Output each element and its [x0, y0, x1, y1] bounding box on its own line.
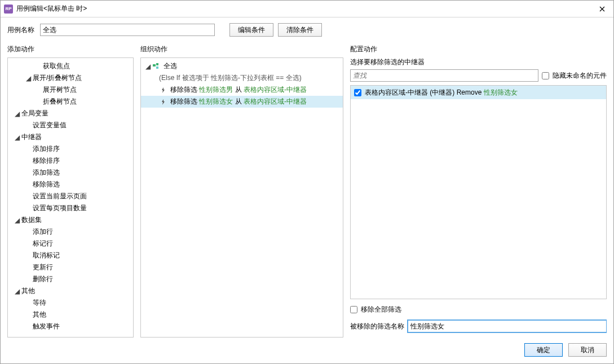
- footer: 确定 取消: [7, 338, 607, 357]
- clear-condition-button[interactable]: 清除条件: [278, 23, 322, 37]
- tree-item[interactable]: ◢中继器: [8, 131, 133, 143]
- tree-item-label: 等待: [33, 298, 46, 308]
- tree-item-label: 标记行: [33, 239, 53, 248]
- tree-item-label: 展开/折叠树节点: [33, 73, 82, 83]
- tree-item[interactable]: ◢全局变量: [8, 108, 133, 119]
- organize-tree-box[interactable]: ◢ 全选 (Else If 被选项于 性别筛选-下拉列表框 == 全选) 移除筛…: [140, 57, 343, 338]
- case-name-label: 用例名称: [7, 25, 34, 35]
- cancel-button[interactable]: 取消: [568, 343, 607, 357]
- filter-name-row: 被移除的筛选名称: [350, 320, 607, 332]
- tree-item[interactable]: ◢展开/折叠树节点: [8, 72, 133, 84]
- close-icon: [599, 6, 605, 12]
- hide-unnamed-label: 隐藏未命名的元件: [553, 71, 607, 81]
- app-icon: RP: [4, 5, 13, 14]
- caret-icon: ◢: [14, 134, 20, 141]
- tree-item[interactable]: 添加筛选: [8, 167, 133, 179]
- hide-unnamed-checkbox[interactable]: [542, 72, 549, 79]
- panels: 添加动作 获取焦点◢展开/折叠树节点展开树节点折叠树节点◢全局变量设置变量值◢中…: [7, 45, 607, 338]
- repeater-item-label: 表格内容区域-中继器 (中继器) Remove 性别筛选女: [365, 88, 518, 97]
- condition-text: (Else If 被选项于 性别筛选-下拉列表框 == 全选): [159, 73, 302, 83]
- tree-item[interactable]: 移除排序: [8, 155, 133, 167]
- tree-item-label: 添加排序: [33, 144, 60, 154]
- tree-item[interactable]: ◢其他: [8, 285, 133, 297]
- condition-node[interactable]: (Else If 被选项于 性别筛选-下拉列表框 == 全选): [141, 72, 343, 84]
- svg-rect-1: [156, 63, 158, 65]
- tree-item-label: 移除筛选: [33, 180, 60, 189]
- tree-item-label: 添加行: [33, 227, 53, 237]
- tree-item[interactable]: 设置当前显示页面: [8, 190, 133, 202]
- tree-item[interactable]: ◢数据集: [8, 214, 133, 226]
- action-tree-box[interactable]: 获取焦点◢展开/折叠树节点展开树节点折叠树节点◢全局变量设置变量值◢中继器添加排…: [7, 57, 134, 338]
- configure-body: 选择要移除筛选的中继器 隐藏未命名的元件 表格内容区域-中继器 (中继器) Re…: [350, 57, 607, 338]
- lightning-icon: [159, 87, 168, 93]
- tree-item[interactable]: 设置每页项目数量: [8, 202, 133, 214]
- repeater-item[interactable]: 表格内容区域-中继器 (中继器) Remove 性别筛选女: [351, 86, 606, 99]
- tree-item[interactable]: 获取焦点: [8, 60, 133, 72]
- tree-item[interactable]: 折叠树节点: [8, 96, 133, 108]
- tree-item[interactable]: 其他: [8, 309, 133, 321]
- tree-item-label: 全局变量: [21, 109, 48, 118]
- tree-item[interactable]: 添加排序: [8, 143, 133, 155]
- tree-item[interactable]: 删除行: [8, 273, 133, 285]
- action-node[interactable]: 移除筛选 性别筛选女 从 表格内容区域-中继器: [141, 96, 343, 108]
- titlebar: RP 用例编辑<鼠标单击 时>: [1, 1, 613, 17]
- case-name-row: 用例名称 编辑条件 清除条件: [7, 23, 607, 37]
- caret-down-icon: ◢: [144, 63, 151, 70]
- tree-item[interactable]: 更新行: [8, 261, 133, 273]
- tree-item[interactable]: 等待: [8, 297, 133, 309]
- tree-item-label: 折叠树节点: [43, 97, 77, 106]
- tree-item-label: 更新行: [33, 263, 53, 272]
- window-title: 用例编辑<鼠标单击 时>: [16, 4, 591, 14]
- case-node-label: 全选: [164, 61, 177, 71]
- right-bottom: 移除全部筛选 被移除的筛选名称: [350, 305, 607, 332]
- caret-icon: ◢: [14, 287, 20, 295]
- tree-item-label: 数据集: [21, 215, 42, 225]
- tree-item[interactable]: 触发事件: [8, 321, 133, 332]
- tree-item-label: 设置变量值: [33, 121, 67, 130]
- organize-tree: ◢ 全选 (Else If 被选项于 性别筛选-下拉列表框 == 全选) 移除筛…: [141, 60, 343, 108]
- tree-item[interactable]: 添加行: [8, 226, 133, 238]
- ok-button[interactable]: 确定: [524, 343, 563, 357]
- tree-item-label: 设置每页项目数量: [33, 203, 87, 213]
- svg-rect-2: [156, 66, 158, 69]
- close-button[interactable]: [591, 1, 613, 17]
- remove-all-row: 移除全部筛选: [350, 305, 607, 314]
- tree-item[interactable]: 标记行: [8, 238, 133, 250]
- caret-icon: ◢: [14, 110, 20, 118]
- organize-action-pane: 组织动作 ◢ 全选 (Else If 被选项于 性别筛选-下拉列表框 == 全选…: [140, 45, 343, 338]
- remove-all-checkbox[interactable]: [350, 306, 357, 313]
- tree-item-label: 其他: [33, 310, 46, 319]
- tree-item[interactable]: 设置变量值: [8, 119, 133, 131]
- repeater-list[interactable]: 表格内容区域-中继器 (中继器) Remove 性别筛选女: [350, 85, 607, 299]
- select-repeater-label: 选择要移除筛选的中继器: [350, 57, 607, 67]
- search-row: 隐藏未命名的元件: [350, 69, 607, 82]
- tree-item[interactable]: 取消标记: [8, 250, 133, 261]
- add-action-pane: 添加动作 获取焦点◢展开/折叠树节点展开树节点折叠树节点◢全局变量设置变量值◢中…: [7, 45, 134, 338]
- tree-item[interactable]: 移除筛选: [8, 179, 133, 190]
- action-tree: 获取焦点◢展开/折叠树节点展开树节点折叠树节点◢全局变量设置变量值◢中继器添加排…: [8, 60, 133, 332]
- configure-action-title: 配置动作: [350, 45, 607, 54]
- remove-all-label: 移除全部筛选: [361, 305, 401, 314]
- filter-name-input[interactable]: [408, 320, 607, 332]
- tree-item-label: 其他: [21, 286, 35, 296]
- tree-item-label: 获取焦点: [43, 61, 70, 71]
- repeater-item-checkbox[interactable]: [354, 89, 361, 96]
- tree-item-label: 添加筛选: [33, 168, 60, 177]
- content: 用例名称 编辑条件 清除条件 添加动作 获取焦点◢展开/折叠树节点展开树节点折叠…: [1, 17, 613, 363]
- lightning-icon: [159, 99, 168, 105]
- case-editor-window: RP 用例编辑<鼠标单击 时> 用例名称 编辑条件 清除条件 添加动作 获取焦点…: [0, 0, 614, 364]
- case-icon: [152, 63, 161, 70]
- tree-item-label: 删除行: [33, 274, 53, 284]
- tree-item[interactable]: 展开树节点: [8, 84, 133, 96]
- organize-action-title: 组织动作: [140, 45, 343, 54]
- case-name-input[interactable]: [40, 24, 215, 36]
- edit-condition-button[interactable]: 编辑条件: [229, 23, 273, 37]
- svg-rect-0: [153, 64, 156, 66]
- tree-item-label: 触发事件: [33, 322, 60, 331]
- tree-item-label: 展开树节点: [43, 85, 77, 95]
- search-input[interactable]: [350, 69, 538, 82]
- action-node[interactable]: 移除筛选 性别筛选男 从 表格内容区域-中继器: [141, 84, 343, 96]
- case-node[interactable]: ◢ 全选: [141, 60, 343, 72]
- caret-icon: ◢: [14, 216, 20, 224]
- tree-item-label: 中继器: [21, 132, 42, 142]
